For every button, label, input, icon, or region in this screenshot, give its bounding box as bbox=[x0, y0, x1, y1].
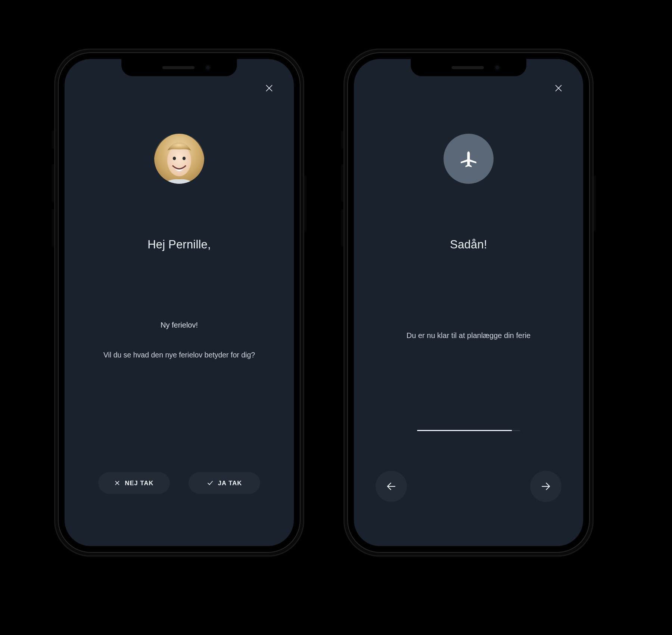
done-content: Sadån! Du er nu klar til at planlægge di… bbox=[354, 59, 583, 546]
intro-subheading: Ny ferielov! bbox=[161, 321, 198, 329]
intro-content: Hej Pernille, Ny ferielov! Vil du se hva… bbox=[65, 59, 294, 546]
progress-fill bbox=[417, 430, 512, 431]
back-button[interactable] bbox=[376, 471, 407, 502]
phone-front-camera bbox=[494, 65, 500, 71]
phone-speaker bbox=[452, 66, 484, 69]
intro-body: Vil du se hvad den nye ferielov betyder … bbox=[103, 350, 255, 360]
arrow-left-icon bbox=[386, 481, 397, 492]
phone-notch bbox=[121, 59, 237, 76]
close-icon bbox=[114, 480, 120, 486]
phone-screen-done: Sadån! Du er nu klar til at planlægge di… bbox=[354, 59, 583, 546]
progress-bar bbox=[417, 430, 520, 431]
close-button[interactable] bbox=[551, 81, 566, 96]
close-icon bbox=[264, 83, 274, 93]
avatar-illustration bbox=[154, 134, 204, 184]
intro-heading: Hej Pernille, bbox=[147, 238, 211, 251]
phone-notch bbox=[411, 59, 526, 76]
phone-power-button bbox=[594, 176, 596, 232]
avatar bbox=[154, 134, 204, 184]
phone-front-camera bbox=[205, 65, 211, 71]
close-icon bbox=[554, 83, 563, 93]
mockup-stage: Hej Pernille, Ny ferielov! Vil du se hva… bbox=[0, 0, 672, 635]
close-button[interactable] bbox=[262, 81, 277, 96]
check-icon bbox=[207, 480, 214, 486]
decline-button-label: NEJ TAK bbox=[125, 480, 153, 487]
accept-button[interactable]: JA TAK bbox=[189, 472, 260, 494]
done-heading: Sadån! bbox=[450, 238, 487, 251]
svg-point-7 bbox=[183, 157, 186, 160]
intro-action-row: NEJ TAK JA TAK bbox=[65, 472, 294, 494]
phone-power-button bbox=[304, 176, 307, 232]
accept-button-label: JA TAK bbox=[218, 480, 242, 487]
phone-mockup-intro: Hej Pernille, Ny ferielov! Vil du se hva… bbox=[54, 49, 304, 557]
decline-button[interactable]: NEJ TAK bbox=[98, 472, 170, 494]
airplane-badge bbox=[444, 134, 494, 184]
done-nav-row bbox=[354, 471, 583, 502]
airplane-icon bbox=[458, 148, 479, 169]
svg-point-5 bbox=[167, 145, 191, 176]
phone-screen-intro: Hej Pernille, Ny ferielov! Vil du se hva… bbox=[65, 59, 294, 546]
done-body: Du er nu klar til at planlægge din ferie bbox=[407, 330, 531, 341]
phone-mockup-done: Sadån! Du er nu klar til at planlægge di… bbox=[343, 49, 594, 557]
arrow-right-icon bbox=[540, 481, 551, 492]
next-button[interactable] bbox=[530, 471, 561, 502]
phone-speaker bbox=[162, 66, 195, 69]
svg-point-6 bbox=[173, 157, 176, 160]
